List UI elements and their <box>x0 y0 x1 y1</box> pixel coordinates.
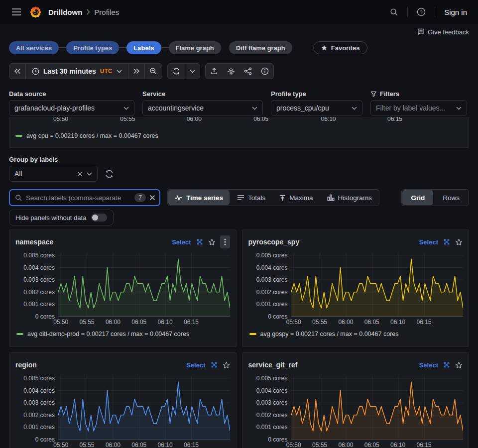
step-all-services[interactable]: All services <box>9 41 59 54</box>
search-icon[interactable] <box>386 4 401 19</box>
clear-search-button[interactable] <box>149 195 155 201</box>
expand-arrows-icon[interactable] <box>196 238 204 246</box>
step-labels[interactable]: Labels <box>126 41 161 54</box>
view-mode-time-series[interactable]: Time series <box>168 190 230 205</box>
step-connector <box>59 47 66 48</box>
arrow-to-top-icon <box>279 195 286 201</box>
view-mode-totals[interactable]: Totals <box>231 190 272 205</box>
time-back-button[interactable] <box>9 64 25 79</box>
data-source-select[interactable]: grafanacloud-play-profiles <box>9 100 134 116</box>
time-series-plot <box>291 253 463 317</box>
layout-grid[interactable]: Grid <box>402 190 433 205</box>
angle-down-icon <box>117 70 122 73</box>
gear-icon <box>227 67 235 75</box>
star-icon[interactable] <box>455 361 463 369</box>
label-panel-region: region Select 0.005 cores0.004 cores0.00… <box>9 352 237 448</box>
search-minus-icon <box>149 67 157 75</box>
export-button[interactable] <box>206 64 223 79</box>
angle-double-left-icon <box>14 68 21 74</box>
view-mode-maxima[interactable]: Maxima <box>273 190 319 205</box>
x-axis: 05:5005:5506:0006:0506:1006:15 <box>291 441 463 448</box>
info-button[interactable] <box>256 64 273 79</box>
step-flame-graph[interactable]: Flame graph <box>169 41 221 54</box>
x-axis: 05:5005:5506:0006:0506:1006:15 <box>14 117 464 124</box>
label-panel-namespace: namespace Select 0.005 cores0.004 cores0… <box>9 229 237 347</box>
panel-title: region <box>15 361 37 369</box>
panel-legend[interactable]: avg ditl-demo-prod = 0.00217 cores / max… <box>15 330 230 338</box>
profile-type-control: Profile type process_cpu/cpu <box>271 90 362 116</box>
legend-swatch <box>15 135 22 137</box>
x-axis: 05:5005:5506:0006:0506:1006:15 <box>58 441 230 448</box>
time-series-plot <box>58 253 230 317</box>
panel-title: namespace <box>15 238 53 246</box>
filters-select[interactable]: Filter by label values... <box>370 100 467 116</box>
expand-arrows-icon[interactable] <box>443 361 451 369</box>
clock-icon <box>32 68 39 75</box>
time-series-plot <box>58 376 230 440</box>
panel-legend[interactable]: avg gospy = 0.00217 cores / max = 0.0046… <box>248 330 463 338</box>
hide-panels-toggle[interactable] <box>91 214 107 222</box>
share-button[interactable] <box>239 64 256 79</box>
clear-icon <box>77 171 83 177</box>
step-diff-flame-graph[interactable]: Diff flame graph <box>229 41 292 54</box>
grafana-logo[interactable] <box>29 5 42 19</box>
breadcrumb-app[interactable]: Drilldown <box>48 8 82 16</box>
expand-arrows-icon[interactable] <box>443 238 451 246</box>
sync-icon <box>105 169 114 179</box>
give-feedback-button[interactable]: Give feedback <box>417 27 469 36</box>
service-select[interactable]: accountingservice <box>142 100 263 116</box>
group-by-label: Group by labels <box>9 156 469 163</box>
panel-title: service_git_ref <box>248 361 298 369</box>
time-forward-button[interactable] <box>128 64 144 79</box>
refresh-interval-dropdown[interactable] <box>185 64 200 79</box>
expand-arrows-icon[interactable] <box>210 361 218 369</box>
app-header: Drilldown Profiles ? Sign in <box>0 0 478 24</box>
select-button[interactable]: Select <box>419 238 438 246</box>
group-by-select[interactable]: All <box>9 166 98 182</box>
kebab-menu-icon[interactable] <box>220 235 230 248</box>
refresh-button[interactable] <box>168 64 185 79</box>
breadcrumb-page: Profiles <box>94 8 119 16</box>
header-divider <box>407 7 408 17</box>
favorites-button[interactable]: Favorites <box>313 41 367 54</box>
label-panels-grid: namespace Select 0.005 cores0.004 cores0… <box>9 229 469 448</box>
time-range-picker[interactable]: Last 30 minutes UTC <box>25 64 128 79</box>
profile-type-select[interactable]: process_cpu/cpu <box>271 100 362 116</box>
pulse-icon <box>175 195 183 201</box>
search-labels-box[interactable]: 7 <box>9 189 160 206</box>
sign-in-button[interactable]: Sign in <box>441 8 470 16</box>
data-source-label: Data source <box>9 90 134 98</box>
star-icon[interactable] <box>223 361 230 369</box>
star-icon <box>321 44 328 51</box>
filter-icon <box>370 91 377 97</box>
zoom-out-button[interactable] <box>144 64 162 79</box>
search-labels-input[interactable] <box>26 194 131 202</box>
histogram-icon <box>327 194 335 201</box>
star-icon[interactable] <box>208 238 216 246</box>
timezone-label: UTC <box>100 68 113 75</box>
layout-rows[interactable]: Rows <box>434 190 468 205</box>
select-button[interactable]: Select <box>186 361 205 369</box>
settings-button[interactable] <box>223 64 239 79</box>
list-icon <box>237 195 244 201</box>
select-button[interactable]: Select <box>419 361 438 369</box>
view-mode-histograms[interactable]: Histograms <box>321 190 378 205</box>
refresh-labels-button[interactable] <box>105 169 114 179</box>
service-label: Service <box>142 90 263 98</box>
y-axis: 0.005 cores0.004 cores0.003 cores0.002 c… <box>248 376 291 440</box>
wizard-steps: All services Profile types Labels Flame … <box>9 41 469 54</box>
star-icon[interactable] <box>455 238 463 246</box>
step-profile-types[interactable]: Profile types <box>66 41 119 54</box>
help-icon[interactable]: ? <box>414 4 429 19</box>
header-divider <box>435 7 435 17</box>
select-button[interactable]: Select <box>172 238 191 246</box>
svg-text:?: ? <box>420 9 422 14</box>
hide-panels-control: Hide panels without data <box>9 210 114 225</box>
filters-control: Filters Filter by label values... <box>370 90 467 116</box>
breadcrumb-chevron-icon <box>86 9 90 15</box>
menu-icon[interactable] <box>8 3 25 20</box>
sync-icon <box>172 67 180 75</box>
clear-icon <box>149 195 155 201</box>
overview-legend[interactable]: avg cpu = 0.00219 cores / max = 0.00467 … <box>15 132 158 139</box>
x-axis: 05:5005:5506:0006:0506:1006:15 <box>58 318 230 327</box>
